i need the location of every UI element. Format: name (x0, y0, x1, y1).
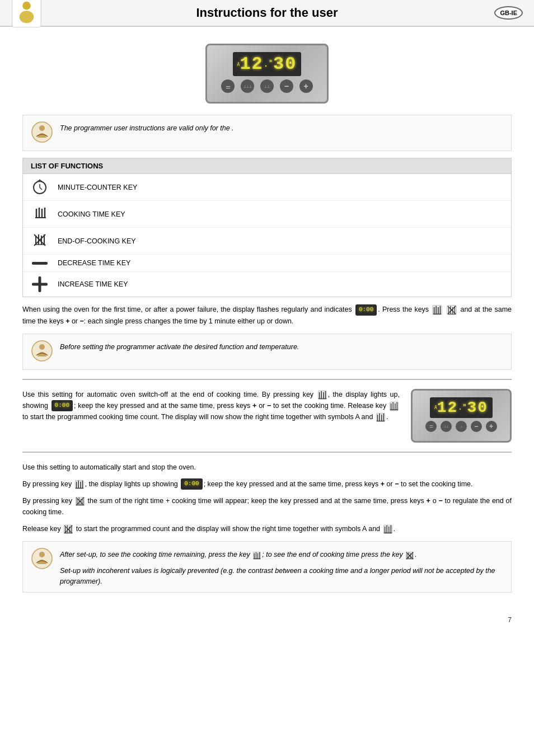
timer-display-top: A12.m30 ⚌ ⟂⟂⟂ ⟂⟂ − + (22, 44, 512, 104)
display-0-00-2: 0:00 (51, 400, 73, 411)
svg-point-3 (32, 122, 52, 142)
timer-unit: A12.m30 ⚌ ⟂⟂⟂ ⟂⟂ − + (205, 44, 329, 104)
bell-btn-side[interactable]: ⚌ (425, 421, 437, 432)
divider-1 (22, 379, 512, 380)
note-icon-3 (31, 547, 53, 571)
svg-point-34 (32, 341, 52, 361)
increase-icon (31, 276, 49, 292)
cooking-time-label: COOKING TIME KEY (58, 210, 125, 218)
function-row-minute-counter: MINUTE-COUNTER KEY (23, 174, 511, 201)
minus-button[interactable]: − (280, 79, 293, 93)
increase-label: INCREASE TIME KEY (58, 280, 128, 288)
cooking-key-auto (75, 479, 84, 489)
cooking-sym-auto (383, 524, 392, 534)
plus-button[interactable]: + (299, 79, 313, 93)
note-text-3a: After set-up, to see the cooking time re… (60, 547, 503, 560)
cooking-key-inline-2 (318, 389, 327, 400)
paragraph-first-use: When using the oven for the first time, … (22, 304, 512, 327)
timer-screen: A12.m30 (218, 52, 316, 76)
cooking-key-note (253, 550, 261, 560)
end-cooking-key-inline (447, 305, 457, 315)
page-header: Instructions for the user GB-IE (0, 0, 534, 27)
end-cooking-button[interactable]: ⟂⟂ (260, 79, 274, 93)
functions-section: LIST OF FUNCTIONS MINUTE-COUNTER KEY (22, 158, 512, 297)
decrease-label: DECREASE TIME KEY (58, 259, 130, 267)
end-cooking-label: END-OF-COOKING KEY (58, 237, 136, 245)
minus-btn-side[interactable]: − (471, 421, 482, 432)
end-cooking-key-auto (76, 496, 85, 506)
note-text-3b: Set-up with incoherent values is logical… (60, 564, 503, 587)
timer-display-side: A12.m30 ⚌ ⟂⟂ ⟂ − (411, 389, 512, 443)
note-content-3: After set-up, to see the cooking time re… (60, 547, 503, 586)
cooking-sym-inline (376, 412, 385, 422)
timer-buttons-row: ⚌ ⟂⟂⟂ ⟂⟂ − + (218, 79, 316, 93)
cooking-key-inline-3 (390, 401, 399, 411)
function-row-cooking-time: COOKING TIME KEY (23, 201, 511, 228)
note-icon-2 (31, 340, 53, 364)
end-cooking-key-auto-2 (64, 524, 73, 534)
cooking-time-icon (31, 205, 49, 223)
note-box-3: After set-up, to see the cooking time re… (22, 541, 512, 593)
minute-counter-label: MINUTE-COUNTER KEY (58, 184, 137, 191)
page-title: Instructions for the user (196, 6, 338, 20)
note-text-2: Before setting the programmer activate t… (60, 340, 299, 353)
auto-text-1: Use this setting to automatically start … (22, 462, 512, 473)
display-0-00-1: 0:00 (355, 304, 377, 316)
svg-line-7 (40, 187, 42, 190)
timer-unit-side: A12.m30 ⚌ ⟂⟂ ⟂ − (411, 389, 512, 443)
main-content: A12.m30 ⚌ ⟂⟂⟂ ⟂⟂ − + (0, 27, 534, 611)
function-row-increase: INCREASE TIME KEY (23, 272, 511, 297)
end-cooking-key-note (406, 550, 414, 560)
cooking-btn-side[interactable]: ⟂⟂ (441, 421, 452, 432)
svg-point-83 (39, 552, 45, 557)
end-cooking-btn-side[interactable]: ⟂ (456, 421, 467, 432)
note-box-2: Before setting the programmer activate t… (22, 334, 512, 370)
minute-counter-icon (31, 179, 49, 196)
end-cooking-icon (31, 232, 49, 250)
divider-2 (22, 452, 512, 453)
auto-text-4: Release key to start the programmed coun… (22, 523, 512, 534)
svg-point-82 (32, 548, 52, 569)
page-number: 7 (0, 611, 534, 630)
timer-buttons-side: ⚌ ⟂⟂ ⟂ − + (424, 421, 499, 432)
functions-header: LIST OF FUNCTIONS (23, 158, 511, 174)
auto-text-3: By pressing key the sum of the right tim… (22, 495, 512, 518)
cooking-button[interactable]: ⟂⟂⟂ (241, 79, 254, 93)
svg-point-35 (39, 344, 45, 350)
auto-section: Use this setting to automatically start … (22, 462, 512, 535)
svg-point-4 (39, 125, 45, 131)
cooking-time-text: Use this setting for automatic oven swit… (22, 389, 400, 423)
display-0-00-3: 0:00 (181, 478, 202, 490)
svg-point-1 (22, 2, 31, 10)
cooking-time-section: Use this setting for automatic oven swit… (22, 389, 512, 443)
plus-btn-side[interactable]: + (486, 421, 497, 432)
note-box-1: The programmer user instructions are val… (22, 115, 512, 151)
cooking-key-inline (432, 305, 442, 315)
bell-button[interactable]: ⚌ (221, 79, 235, 93)
note-icon-1 (31, 121, 53, 145)
decrease-icon (31, 262, 49, 265)
auto-text-2: By pressing key , the display lights up … (22, 478, 512, 490)
timer-screen-side: A12.m30 (424, 397, 499, 418)
function-row-decrease: DECREASE TIME KEY (23, 255, 511, 272)
region-badge: GB-IE (494, 6, 523, 20)
svg-point-2 (20, 11, 34, 23)
note-text-1: The programmer user instructions are val… (60, 121, 234, 134)
brand-logo (11, 0, 42, 29)
function-row-end-cooking: END-OF-COOKING KEY (23, 228, 511, 255)
